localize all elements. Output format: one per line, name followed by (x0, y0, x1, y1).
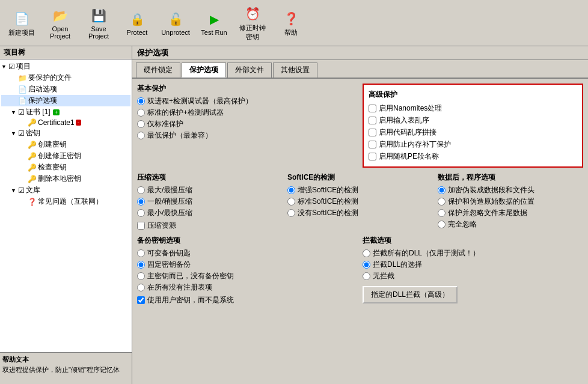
compression-title: 压缩选项 (137, 172, 283, 183)
sidebar-label-files: 要保护的文件 (28, 73, 72, 83)
check-input-table[interactable]: 启用输入表乱序 (369, 115, 577, 126)
radio-min-protect[interactable]: 最低保护（最兼容） (137, 130, 358, 141)
radio-enhanced-detect[interactable]: 增强SoftICE的检测 (287, 185, 433, 195)
tabs-bar: 硬件锁定 保护选项 外部文件 其他设置 (132, 60, 588, 79)
sidebar-label-library: 文库 (26, 185, 40, 195)
fix-clock-button[interactable]: ⏰ 修正时钟密钥 (234, 2, 271, 43)
radio-master-key-only[interactable]: 主密钥而已，没有备份密钥 (137, 271, 358, 281)
fix-clock-label: 修正时钟密钥 (237, 23, 268, 41)
sidebar-label-certs: 证书 [1] (26, 107, 51, 117)
check-random-pe[interactable]: 启用随机PE段名称 (369, 151, 577, 162)
check-compress-resources[interactable]: 压缩资源 (137, 221, 283, 231)
protect-button[interactable]: 🔒 Protect (119, 8, 155, 38)
radio-no-intercept[interactable]: 无拦截 (363, 271, 583, 281)
new-project-label: 新建项目 (8, 28, 35, 37)
radio-protect-ignore[interactable]: 保护并忽略文件末尾数据 (438, 208, 583, 218)
sidebar-item-create-key[interactable]: 🔑 创建密钥 (1, 139, 130, 150)
test-run-label: Test Run (201, 29, 227, 36)
bottom-sections: 备份密钥选项 可变备份钥匙 固定密钥备份 主密钥而已，没有备份密钥 (137, 236, 583, 305)
protect-icon: 🔒 (127, 10, 147, 29)
radio-standard-detect2[interactable]: 标准SoftICE的检测 (287, 197, 433, 207)
sidebar-label-check-key: 检查密钥 (38, 162, 67, 172)
advanced-protection-group: 启用Nanomites处理 启用输入表乱序 启用代码乱序拼接 启用防止 (369, 103, 577, 162)
sidebar-item-certs[interactable]: ▼ ☑ 证书 [1] + (1, 106, 130, 118)
help-panel: 帮助文本 双进程提供保护，防止"倾销"程序记忆体 (0, 352, 132, 384)
dll-intercept-button[interactable]: 指定的DLL拦截（高级） (363, 286, 458, 303)
sidebar-label-protection: 保护选项 (28, 96, 57, 106)
radio-fully-ignore[interactable]: 完全忽略 (438, 219, 583, 230)
radio-fixed-backup[interactable]: 固定密钥备份 (137, 260, 358, 270)
arrow-library: ▼ (11, 187, 18, 194)
sidebar: 项目树 ▼ ☑ 项目 📁 要保护的文件 📄 启动选项 (0, 46, 132, 384)
check-code-scramble[interactable]: 启用代码乱序拼接 (369, 127, 577, 138)
save-project-label: Save Project (84, 25, 114, 40)
help-icon: ❓ (281, 9, 301, 28)
advanced-protection-section: 高级保护 启用Nanomites处理 启用输入表乱序 启用代码乱序拼接 (363, 84, 583, 168)
radio-standard-only[interactable]: 仅标准保护 (137, 119, 358, 129)
test-run-button[interactable]: ▶ Test Run (196, 8, 232, 38)
check-mem-patch[interactable]: 启用防止内存补丁保护 (369, 139, 577, 150)
content-area: 保护选项 硬件锁定 保护选项 外部文件 其他设置 基本保护 双进程+检测调试器（… (132, 46, 588, 384)
unprotect-button[interactable]: 🔓 Unprotect (158, 8, 194, 38)
radio-normal-compress[interactable]: 一般/稍慢压缩 (137, 197, 283, 207)
sidebar-item-files[interactable]: 📁 要保护的文件 (1, 72, 130, 84)
data-options-group: 加密伪装成数据段和文件头 保护和伪造原始数据的位置 保护并忽略文件末尾数据 (438, 185, 583, 230)
radio-standard-detect[interactable]: 标准的保护+检测调试器 (137, 108, 358, 118)
check-nanomites[interactable]: 启用Nanomites处理 (369, 103, 577, 114)
sidebar-label-delete-key: 删除本地密钥 (38, 174, 81, 184)
open-project-button[interactable]: 📂 Open Project (42, 4, 78, 41)
sidebar-item-library[interactable]: ▼ ☑ 文库 (1, 184, 130, 196)
sidebar-item-protection[interactable]: 📄 保护选项 (1, 95, 130, 106)
radio-min-compress[interactable]: 最小/最快压缩 (137, 208, 283, 218)
arrow-certs: ▼ (11, 109, 18, 115)
tab-other-settings[interactable]: 其他设置 (273, 62, 317, 78)
softice-group: 增强SoftICE的检测 标准SoftICE的检测 没有SoftICE的检测 (287, 185, 433, 218)
content-title: 保护选项 (132, 46, 588, 60)
backup-key-title: 备份密钥选项 (137, 236, 358, 246)
help-button[interactable]: ❓ 帮助 (273, 7, 309, 39)
basic-protection-group: 双进程+检测调试器（最高保护） 标准的保护+检测调试器 仅标准保护 最 (137, 96, 358, 141)
tab-external-files[interactable]: 外部文件 (227, 62, 272, 78)
backup-key-section: 备份密钥选项 可变备份钥匙 固定密钥备份 主密钥而已，没有备份密钥 (137, 236, 358, 305)
new-project-icon: 📄 (12, 9, 31, 28)
help-title: 帮助文本 (2, 355, 129, 364)
radio-intercept-selected[interactable]: 拦截DLL的选择 (363, 260, 583, 270)
intercept-group: 拦截所有的DLL（仅用于测试！） 拦截DLL的选择 无拦截 (363, 248, 583, 281)
sidebar-item-delete-key[interactable]: 🔑 删除本地密钥 (1, 173, 130, 184)
sidebar-item-keys[interactable]: ▼ ☑ 密钥 (1, 127, 130, 139)
fix-clock-icon: ⏰ (243, 4, 262, 23)
arrow-keys: ▼ (11, 130, 18, 136)
tab-hardware-lock[interactable]: 硬件锁定 (136, 62, 180, 78)
radio-no-detect[interactable]: 没有SoftICE的检测 (287, 208, 433, 218)
radio-dual-process-max[interactable]: 双进程+检测调试器（最高保护） (137, 96, 358, 106)
open-project-icon: 📂 (51, 6, 70, 25)
new-project-button[interactable]: 📄 新建项目 (4, 7, 40, 39)
radio-encrypt-data[interactable]: 加密伪装成数据段和文件头 (438, 185, 583, 195)
tab-protection-options[interactable]: 保护选项 (182, 62, 226, 78)
radio-preserve-origin[interactable]: 保护和伪造原始数据的位置 (438, 197, 583, 207)
radio-no-reg-table[interactable]: 在所有没有注册表项 (137, 282, 358, 293)
backup-key-group: 可变备份钥匙 固定密钥备份 主密钥而已，没有备份密钥 在所有没有注册表 (137, 248, 358, 293)
sidebar-item-faq[interactable]: ❓ 常见问题（互联网） (1, 196, 130, 207)
softice-title: SoftICE的检测 (287, 172, 433, 183)
unprotect-label: Unprotect (161, 29, 190, 36)
sidebar-label-create-modify-key: 创建修正密钥 (38, 151, 81, 161)
sidebar-item-startup[interactable]: 📄 启动选项 (1, 84, 130, 95)
sidebar-label-keys: 密钥 (26, 128, 40, 138)
sidebar-item-create-modify-key[interactable]: 🔑 创建修正密钥 (1, 150, 130, 162)
sidebar-item-project[interactable]: ▼ ☑ 项目 (1, 61, 130, 72)
sidebar-label-cert1: Certificate1 (38, 118, 75, 127)
save-project-button[interactable]: 💾 Save Project (81, 4, 117, 41)
radio-variable-backup[interactable]: 可变备份钥匙 (137, 248, 358, 258)
help-label: 帮助 (284, 28, 298, 37)
radio-max-compress[interactable]: 最大/最慢压缩 (137, 185, 283, 195)
top-sections: 基本保护 双进程+检测调试器（最高保护） 标准的保护+检测调试器 仅标准保 (137, 84, 583, 168)
sidebar-item-check-key[interactable]: 🔑 检查密钥 (1, 162, 130, 173)
softice-section: SoftICE的检测 增强SoftICE的检测 标准SoftICE的检测 (287, 172, 433, 231)
arrow-project: ▼ (1, 64, 8, 70)
toolbar: 📄 新建项目 📂 Open Project 💾 Save Project 🔒 P… (0, 0, 588, 46)
sidebar-item-cert1[interactable]: 🔑 Certificate1 - (1, 118, 130, 127)
check-use-user-key[interactable]: 使用用户密钥，而不是系统 (137, 295, 358, 305)
radio-intercept-all[interactable]: 拦截所有的DLL（仅用于测试！） (363, 248, 583, 258)
main-layout: 项目树 ▼ ☑ 项目 📁 要保护的文件 📄 启动选项 (0, 46, 588, 384)
